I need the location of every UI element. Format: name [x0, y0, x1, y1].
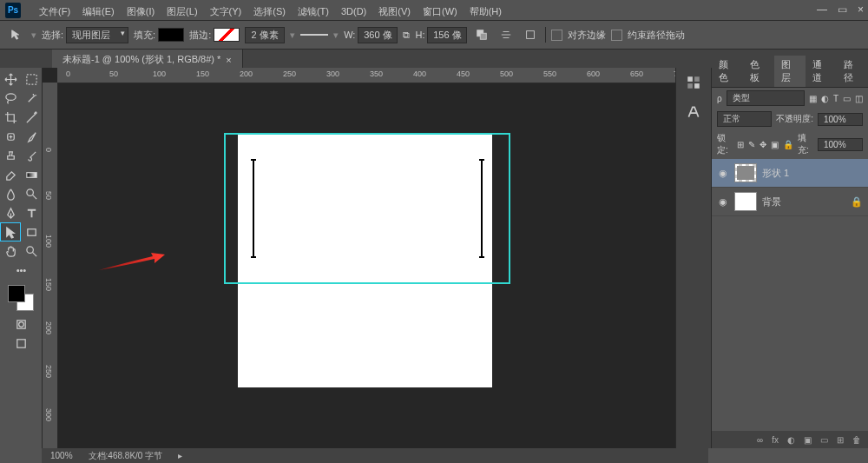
tab-color[interactable]: 颜色	[712, 56, 743, 87]
stroke-width-input[interactable]: 2 像素	[245, 27, 285, 43]
filter-adjust-icon[interactable]: ◐	[821, 94, 829, 103]
stroke-label: 描边:	[189, 29, 211, 42]
selection-bounds[interactable]	[224, 133, 510, 284]
layer-mask-icon[interactable]: ◐	[787, 435, 795, 445]
lasso-tool[interactable]	[0, 89, 21, 108]
shape-path-left[interactable]	[253, 159, 254, 258]
tab-paths[interactable]: 路径	[837, 56, 868, 87]
eyedropper-tool[interactable]	[21, 108, 42, 127]
brush-tool[interactable]	[21, 127, 42, 146]
edit-toolbar[interactable]	[10, 261, 31, 280]
stroke-style-icon[interactable]	[300, 34, 328, 36]
path-alignment-icon[interactable]	[496, 26, 516, 43]
fill-swatch[interactable]	[158, 28, 184, 42]
hand-tool[interactable]	[0, 241, 21, 261]
window-controls: — ▭ ×	[817, 3, 864, 16]
menu-3d[interactable]: 3D(D)	[335, 6, 372, 17]
history-brush-tool[interactable]	[21, 146, 42, 165]
height-input[interactable]: 156 像	[427, 27, 467, 43]
menu-filter[interactable]: 滤镜(T)	[292, 5, 335, 18]
menu-file[interactable]: 文件(F)	[33, 5, 76, 18]
healing-tool[interactable]	[0, 127, 21, 146]
adjustment-layer-icon[interactable]: ▣	[804, 435, 812, 445]
path-selection-tool-icon[interactable]	[7, 26, 26, 43]
menu-image[interactable]: 图像(I)	[121, 5, 161, 18]
stroke-swatch[interactable]	[214, 28, 240, 42]
filter-type-icon[interactable]: T	[833, 94, 838, 103]
tab-layers[interactable]: 图层	[774, 56, 806, 87]
document-tab[interactable]: 未标题-1 @ 100% (形状 1, RGB/8#) * ×	[52, 50, 243, 69]
opacity-input[interactable]: 100%	[818, 113, 863, 126]
filter-shape-icon[interactable]: ▭	[843, 94, 851, 103]
path-operations-icon[interactable]	[472, 26, 491, 43]
history-panel-icon[interactable]	[686, 75, 701, 92]
tab-channels[interactable]: 通道	[806, 56, 837, 87]
visibility-icon[interactable]: ◉	[717, 196, 729, 208]
layer-fx-icon[interactable]: fx	[772, 435, 779, 445]
panel-tabs: 颜色 色板 图层 通道 路径	[712, 68, 868, 87]
marquee-tool[interactable]	[21, 69, 42, 89]
menu-window[interactable]: 窗口(W)	[417, 5, 464, 18]
layer-row-background[interactable]: ◉ 背景 🔒	[712, 188, 868, 216]
minimize-icon[interactable]: —	[817, 3, 827, 16]
antialias-checkbox[interactable]	[551, 30, 562, 41]
quick-mask-icon[interactable]	[10, 314, 31, 334]
path-selection-tool[interactable]	[0, 222, 21, 241]
character-panel-icon[interactable]	[686, 104, 701, 122]
close-icon[interactable]: ×	[858, 3, 864, 16]
layer-name[interactable]: 背景	[762, 195, 781, 208]
menu-edit[interactable]: 编辑(E)	[76, 5, 121, 18]
type-tool[interactable]	[21, 203, 42, 222]
group-icon[interactable]: ▭	[820, 435, 828, 445]
path-arrangement-icon[interactable]	[521, 26, 540, 43]
tab-close-icon[interactable]: ×	[226, 55, 231, 65]
menu-select[interactable]: 选择(S)	[247, 5, 292, 18]
maximize-icon[interactable]: ▭	[838, 3, 847, 16]
lock-position-icon[interactable]: ✥	[760, 140, 766, 149]
blur-tool[interactable]	[0, 184, 21, 203]
layer-kind-dropdown[interactable]: 类型	[727, 90, 805, 106]
doc-info[interactable]: 文档:468.8K/0 字节	[89, 450, 163, 462]
screen-mode-icon[interactable]	[10, 334, 31, 353]
layer-thumbnail[interactable]	[734, 192, 757, 211]
shape-path-right[interactable]	[481, 159, 483, 258]
stamp-tool[interactable]	[0, 146, 21, 165]
menu-help[interactable]: 帮助(H)	[464, 5, 508, 18]
eraser-tool[interactable]	[0, 165, 21, 184]
fill-opacity-input[interactable]: 100%	[818, 138, 863, 151]
zoom-tool[interactable]	[21, 241, 42, 261]
crop-tool[interactable]	[0, 108, 21, 127]
pen-tool[interactable]	[0, 203, 21, 222]
link-layers-icon[interactable]: ∞	[757, 435, 763, 445]
lock-artboard-icon[interactable]: ▣	[771, 140, 779, 149]
canvas-area[interactable]: 0501001502002503003504004505005506006507…	[43, 68, 675, 448]
lock-pixels-icon[interactable]: ✎	[748, 140, 755, 149]
new-layer-icon[interactable]: ⊞	[837, 435, 844, 445]
move-tool[interactable]	[0, 69, 21, 89]
zoom-level[interactable]: 100%	[50, 451, 73, 460]
link-wh-icon[interactable]: ⧉	[403, 30, 410, 41]
lock-all-icon[interactable]: 🔒	[783, 140, 793, 149]
visibility-icon[interactable]: ◉	[717, 168, 729, 179]
lock-transparency-icon[interactable]: ⊞	[737, 140, 744, 149]
magic-wand-tool[interactable]	[21, 89, 42, 108]
layer-thumbnail[interactable]	[734, 163, 757, 182]
layer-name[interactable]: 形状 1	[762, 167, 789, 180]
constrain-checkbox[interactable]	[611, 30, 622, 41]
menu-type[interactable]: 文字(Y)	[204, 5, 248, 18]
tab-swatches[interactable]: 色板	[743, 56, 774, 87]
blend-mode-dropdown[interactable]: 正常	[717, 111, 772, 127]
delete-layer-icon[interactable]: 🗑	[852, 435, 861, 445]
layer-row-shape1[interactable]: ◉ 形状 1	[712, 159, 868, 188]
rectangle-tool[interactable]	[21, 222, 42, 241]
svg-rect-6	[26, 172, 36, 177]
select-dropdown[interactable]: 现用图层	[66, 27, 128, 43]
width-input[interactable]: 360 像	[358, 27, 398, 43]
color-picker[interactable]	[8, 285, 34, 311]
menu-view[interactable]: 视图(V)	[372, 5, 417, 18]
gradient-tool[interactable]	[21, 165, 42, 184]
menu-layer[interactable]: 图层(L)	[161, 5, 203, 18]
dodge-tool[interactable]	[21, 184, 42, 203]
filter-smart-icon[interactable]: ◫	[855, 94, 863, 103]
filter-pixel-icon[interactable]: ▦	[809, 94, 817, 103]
